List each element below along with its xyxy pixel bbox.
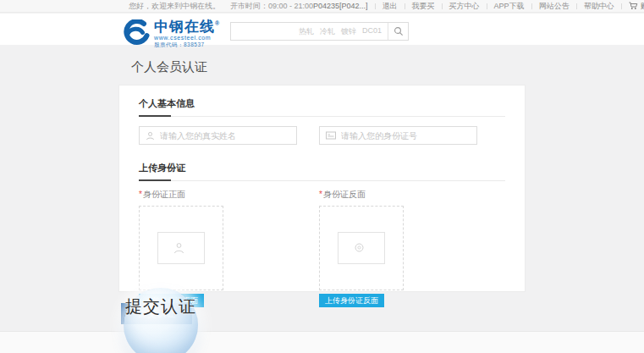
divider <box>531 3 532 9</box>
id-card-icon <box>326 131 336 140</box>
magnifier-label: 提交认证 <box>125 295 196 353</box>
hot-keyword[interactable]: 热轧 <box>299 26 314 37</box>
market-hours-text: 开市时间：09:00 - 21:00 <box>230 1 313 12</box>
back-label: *身份证反面 <box>319 189 477 201</box>
top-utility-bar-inner: 您好，欢迎来到中钢在线。 开市时间：09:00 - 21:00 P04235[P… <box>129 0 556 12</box>
cart-button[interactable]: 购物车 <box>629 1 644 12</box>
magnifier-bubble-overlay: 提交认证 <box>124 288 198 353</box>
logo-url: www.csesteel.com <box>154 35 220 41</box>
registered-mark: ® <box>215 20 220 26</box>
section-divider <box>139 116 505 117</box>
divider <box>405 3 405 9</box>
site-header: 中钢在线® www.csesteel.com 股票代码：838537 热轧 冷轧… <box>0 14 644 45</box>
logo-title: 中钢在线® <box>154 16 220 34</box>
welcome-area: 您好，欢迎来到中钢在线。 开市时间：09:00 - 21:00 <box>129 1 313 12</box>
top-nav-buyer-center[interactable]: 买方中心 <box>449 1 480 12</box>
top-nav-app-download[interactable]: APP下载 <box>494 1 525 12</box>
id-number-input[interactable] <box>341 131 471 141</box>
required-asterisk: * <box>139 190 142 199</box>
section-divider <box>139 180 505 181</box>
top-nav-buy[interactable]: 我要买 <box>412 1 435 12</box>
front-label: *身份证正面 <box>139 189 297 201</box>
site-logo[interactable]: 中钢在线® www.csesteel.com 股票代码：838537 <box>121 16 220 49</box>
upload-back-column: *身份证反面 上传身份证反面 <box>319 189 477 307</box>
page-title: 个人会员认证 <box>131 59 207 75</box>
divider <box>442 3 443 9</box>
back-upload-dropzone[interactable] <box>319 206 404 290</box>
required-asterisk: * <box>319 190 322 199</box>
logo-text: 中钢在线® www.csesteel.com 股票代码：838537 <box>154 16 220 49</box>
real-name-field[interactable] <box>139 126 297 145</box>
id-number-field[interactable] <box>319 126 477 145</box>
real-name-input[interactable] <box>160 131 290 141</box>
cart-label: 购物车 <box>641 1 644 12</box>
top-nav-site-notice[interactable]: 网站公告 <box>539 1 570 12</box>
logo-swirl-icon <box>121 19 150 46</box>
section-title-basic-info: 个人基本信息 <box>139 97 505 110</box>
logo-stock-code: 股票代码：838537 <box>154 41 220 49</box>
upload-back-button[interactable]: 上传身份证反面 <box>319 294 384 307</box>
top-nav: P04235[P042...] 退出 我要买 买方中心 APP下载 网站公告 帮… <box>313 1 644 12</box>
page: 您好，欢迎来到中钢在线。 开市时间：09:00 - 21:00 P04235[P… <box>0 0 644 353</box>
top-nav-logout[interactable]: 退出 <box>383 1 398 12</box>
hot-keyword[interactable]: DC01 <box>362 26 382 37</box>
user-icon <box>146 131 155 141</box>
search-button[interactable] <box>388 23 408 40</box>
front-upload-dropzone[interactable] <box>139 206 223 290</box>
top-nav-help-center[interactable]: 帮助中心 <box>584 1 614 12</box>
user-id[interactable]: P04235[P042...] <box>313 2 368 10</box>
search-icon <box>394 26 404 36</box>
divider <box>375 3 376 9</box>
divider <box>621 3 622 9</box>
divider <box>487 3 487 9</box>
cart-icon <box>629 2 638 10</box>
search-bar[interactable]: 热轧 冷轧 镀锌 DC01 <box>230 22 409 41</box>
verification-card: 个人基本信息 上传身份证 *身份证正面 <box>118 85 526 292</box>
welcome-text: 您好，欢迎来到中钢在线。 <box>129 1 220 12</box>
basic-info-fields <box>139 126 505 145</box>
id-card-back-placeholder-icon <box>338 232 385 264</box>
divider <box>576 3 577 9</box>
search-hot-keywords: 热轧 冷轧 镀锌 DC01 <box>231 26 388 37</box>
footer-strip <box>0 331 644 353</box>
section-title-upload-id: 上传身份证 <box>139 162 505 174</box>
top-utility-bar: 您好，欢迎来到中钢在线。 开市时间：09:00 - 21:00 P04235[P… <box>0 0 644 13</box>
id-card-front-placeholder-icon <box>157 232 205 264</box>
upload-id-row: *身份证正面 上传身份证正面 *身份证反面 <box>139 189 505 307</box>
hot-keyword[interactable]: 镀锌 <box>341 26 356 37</box>
hot-keyword[interactable]: 冷轧 <box>320 26 335 37</box>
